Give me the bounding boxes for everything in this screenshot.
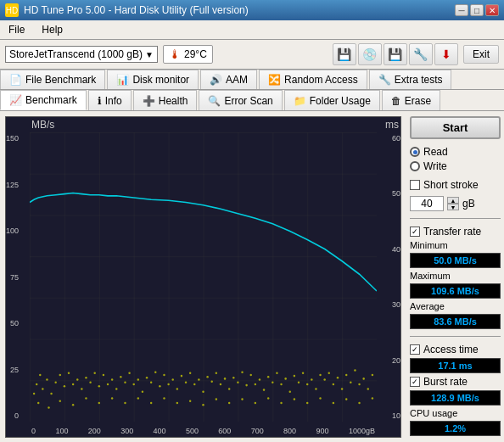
svg-point-54 (259, 378, 260, 381)
svg-point-7 (54, 381, 56, 383)
svg-point-19 (107, 383, 109, 386)
menu-help[interactable]: Help (38, 22, 66, 37)
burst-rate-label: Burst rate (423, 376, 468, 388)
burst-rate-checkbox-row[interactable]: ✓ Burst rate (410, 376, 501, 388)
svg-point-16 (93, 372, 95, 374)
tab-aam-label: AAM (226, 74, 248, 86)
svg-point-106 (358, 402, 360, 405)
spinbox-input[interactable] (410, 196, 444, 211)
write-radio-indicator (410, 161, 420, 171)
aam-icon: 🔊 (210, 74, 222, 86)
tab-random-access[interactable]: 🔀 Random Access (259, 70, 367, 89)
svg-point-21 (115, 388, 117, 390)
svg-point-87 (111, 397, 113, 400)
access-time-checkbox[interactable]: ✓ (410, 344, 420, 355)
tab-benchmark[interactable]: 📈 Benchmark (0, 90, 87, 110)
svg-point-104 (333, 402, 334, 405)
short-stroke-checkbox-row[interactable]: Short stroke (410, 179, 501, 191)
divider-1 (410, 218, 501, 219)
read-radio[interactable]: Read (410, 146, 501, 158)
tab-info-label: Info (105, 95, 122, 107)
burst-rate-checkbox[interactable]: ✓ (410, 377, 420, 387)
tab-disk-monitor[interactable]: 📊 Disk monitor (107, 70, 199, 89)
svg-point-23 (124, 381, 126, 383)
svg-point-12 (76, 378, 78, 381)
info-icon: ℹ (98, 95, 102, 107)
svg-point-56 (267, 376, 269, 378)
svg-point-82 (48, 406, 49, 409)
toolbar-btn-5[interactable]: ⬇ (434, 43, 458, 65)
menu-file[interactable]: File (5, 22, 28, 37)
write-radio[interactable]: Write (410, 160, 501, 172)
toolbar: StoreJetTranscend (1000 gB) ▼ 🌡 29°C 💾 💿… (0, 40, 504, 70)
svg-point-99 (267, 397, 269, 400)
chart-svg (30, 132, 377, 422)
y-axis-left: 150 125 100 75 50 25 0 (6, 134, 20, 420)
start-button[interactable]: Start (410, 116, 501, 139)
svg-point-52 (250, 374, 252, 377)
minimum-value: 50.0 MB/s (410, 253, 501, 268)
tab-erase[interactable]: 🗑 Erase (382, 90, 440, 110)
svg-point-105 (345, 398, 347, 400)
tab-folder-usage[interactable]: 📁 Folder Usage (284, 90, 380, 110)
toolbar-btn-2[interactable]: 💿 (358, 43, 382, 65)
svg-point-98 (255, 402, 256, 405)
file-benchmark-icon: 📄 (9, 74, 22, 86)
svg-point-26 (137, 378, 139, 381)
tab-aam[interactable]: 🔊 AAM (200, 70, 257, 89)
transfer-rate-checkbox[interactable]: ✓ (410, 227, 420, 237)
svg-point-46 (224, 378, 226, 380)
spinbox-up-button[interactable]: ▲ (447, 197, 459, 204)
benchmark-icon: 📈 (9, 94, 22, 106)
svg-point-72 (337, 377, 339, 379)
tab-info[interactable]: ℹ Info (88, 90, 132, 110)
minimum-label: Minimum (410, 240, 501, 250)
chart-ylabel-left: MB/s (31, 119, 54, 131)
drive-select[interactable]: StoreJetTranscend (1000 gB) ▼ (5, 46, 158, 63)
svg-point-55 (263, 389, 265, 391)
average-label: Average (410, 301, 501, 311)
maximize-button[interactable]: □ (470, 4, 484, 16)
svg-point-5 (46, 378, 48, 381)
tab-extra-tests[interactable]: 🔧 Extra tests (369, 70, 452, 89)
svg-point-100 (280, 402, 282, 405)
read-radio-indicator (410, 147, 420, 157)
toolbar-btn-3[interactable]: 💾 (384, 43, 407, 65)
minimize-button[interactable]: ─ (455, 4, 468, 16)
svg-point-15 (89, 381, 91, 383)
svg-point-83 (59, 400, 61, 402)
svg-point-63 (298, 381, 300, 383)
cpu-usage-label: CPU usage (410, 408, 501, 418)
exit-button[interactable]: Exit (463, 45, 499, 64)
svg-point-51 (245, 384, 247, 387)
tab-disk-monitor-label: Disk monitor (132, 74, 189, 86)
short-stroke-checkbox[interactable] (410, 180, 420, 190)
toolbar-btn-4[interactable]: 🔧 (409, 43, 433, 65)
toolbar-btn-1[interactable]: 💾 (333, 43, 356, 65)
svg-point-30 (154, 371, 156, 373)
tab-benchmark-label: Benchmark (25, 94, 77, 106)
svg-point-11 (72, 383, 74, 386)
svg-point-103 (319, 397, 321, 400)
tab-health-label: Health (159, 95, 188, 107)
tabs-row2: 📈 Benchmark ℹ Info ➕ Health 🔍 Error Scan… (0, 90, 504, 111)
tab-file-benchmark[interactable]: 📄 File Benchmark (0, 70, 105, 89)
svg-point-8 (59, 374, 61, 377)
read-write-radio-group: Read Write (410, 144, 501, 174)
svg-point-24 (128, 372, 130, 374)
svg-point-1 (33, 393, 35, 395)
window-title: HD Tune Pro 5.00 - Hard Disk Utility (Fu… (24, 4, 249, 16)
access-time-checkbox-row[interactable]: ✓ Access time (410, 344, 501, 355)
svg-point-27 (142, 390, 143, 393)
close-button[interactable]: ✕ (485, 4, 499, 16)
tab-erase-label: Erase (405, 95, 431, 107)
transfer-rate-checkbox-row[interactable]: ✓ Transfer rate (410, 226, 501, 238)
tab-error-scan[interactable]: 🔍 Error Scan (199, 90, 282, 110)
dropdown-arrow-icon: ▼ (145, 50, 154, 59)
svg-point-35 (176, 388, 178, 390)
svg-point-49 (237, 381, 238, 383)
tab-health[interactable]: ➕ Health (133, 90, 198, 110)
spinbox-down-button[interactable]: ▼ (447, 204, 459, 210)
random-access-icon: 🔀 (268, 74, 281, 86)
svg-point-34 (171, 378, 173, 381)
